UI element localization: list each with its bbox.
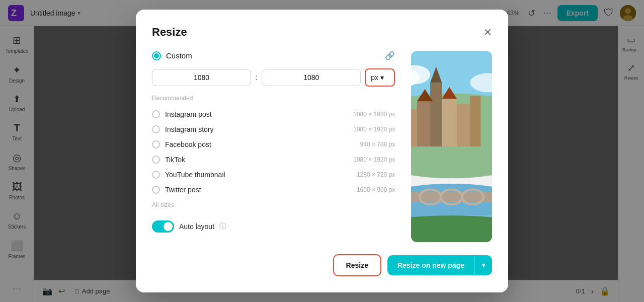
resize-new-page-dropdown-icon[interactable]: ▾	[474, 256, 492, 275]
lock-ratio-icon[interactable]: 🔗	[385, 51, 395, 60]
preset-dims-1: 1080 × 1920 px	[353, 126, 395, 133]
svg-rect-15	[442, 99, 457, 146]
preset-twitter[interactable]: Twitter post 1600 × 900 px	[152, 182, 395, 197]
preset-instagram-post[interactable]: Instagram post 1080 × 1080 px	[152, 107, 395, 122]
auto-layout-row: Auto layout ⓘ	[152, 220, 395, 233]
modal-left-panel: Custom 🔗 : px ▾ Recommended	[152, 51, 395, 242]
modal-header: Resize ✕	[152, 26, 492, 39]
preset-radio-2[interactable]	[152, 140, 160, 148]
preset-dims-4: 1280 × 720 px	[357, 171, 395, 178]
custom-label: Custom	[166, 51, 192, 60]
auto-layout-label: Auto layout	[179, 222, 214, 231]
preset-dims-0: 1080 × 1080 px	[353, 111, 395, 118]
preset-radio-1[interactable]	[152, 125, 160, 133]
preset-name-4: YouTube thumbnail	[165, 171, 352, 179]
resize-new-page-button[interactable]: Resize on new page ▾	[387, 255, 492, 275]
resize-new-page-label: Resize on new page	[387, 255, 474, 275]
preset-name-3: TikTok	[165, 156, 348, 164]
preset-tiktok[interactable]: TikTok 1080 × 1920 px	[152, 152, 395, 167]
dimension-separator: :	[255, 73, 258, 82]
dimension-row: : px ▾	[152, 68, 395, 87]
preset-dims-2: 940 × 788 px	[360, 141, 395, 148]
preset-radio-0[interactable]	[152, 110, 160, 118]
preview-svg	[411, 51, 492, 242]
width-input[interactable]	[152, 69, 251, 86]
svg-rect-11	[411, 109, 417, 146]
auto-layout-toggle[interactable]	[152, 220, 174, 233]
height-input[interactable]	[262, 69, 361, 86]
preset-radio-3[interactable]	[152, 156, 160, 164]
modal-overlay: Resize ✕ Custom 🔗 :	[0, 0, 644, 302]
presets-list: Instagram post 1080 × 1080 px Instagram …	[152, 107, 395, 197]
preset-name-2: Facebook post	[165, 140, 355, 148]
resize-modal: Resize ✕ Custom 🔗 :	[136, 10, 508, 292]
svg-rect-30	[411, 192, 492, 202]
modal-footer: Resize Resize on new page ▾	[152, 254, 492, 276]
preset-name-5: Twitter post	[165, 186, 352, 194]
modal-body: Custom 🔗 : px ▾ Recommended	[152, 51, 492, 242]
modal-right-panel	[411, 51, 492, 242]
preset-dims-5: 1600 × 900 px	[357, 186, 395, 193]
preset-name-0: Instagram post	[165, 110, 348, 118]
preset-dims-3: 1080 × 1920 px	[353, 156, 395, 163]
unit-selector[interactable]: px ▾	[365, 68, 395, 87]
custom-option[interactable]: Custom 🔗	[152, 51, 395, 60]
preset-youtube[interactable]: YouTube thumbnail 1280 × 720 px	[152, 167, 395, 182]
preset-radio-4[interactable]	[152, 171, 160, 179]
info-icon[interactable]: ⓘ	[219, 222, 226, 231]
preset-instagram-story[interactable]: Instagram story 1080 × 1920 px	[152, 122, 395, 137]
custom-radio[interactable]	[152, 51, 161, 60]
preset-facebook-post[interactable]: Facebook post 940 × 788 px	[152, 137, 395, 152]
svg-rect-17	[470, 96, 481, 146]
preset-radio-5[interactable]	[152, 186, 160, 194]
svg-point-34	[411, 215, 492, 242]
all-sizes-link[interactable]: All sizes	[152, 201, 395, 208]
svg-rect-16	[457, 104, 470, 146]
modal-title: Resize	[152, 26, 187, 39]
unit-dropdown-icon: ▾	[380, 73, 384, 82]
close-button[interactable]: ✕	[484, 27, 492, 37]
svg-rect-13	[430, 83, 442, 146]
preset-name-1: Instagram story	[165, 125, 348, 133]
image-preview	[411, 51, 492, 242]
resize-button[interactable]: Resize	[333, 254, 381, 276]
unit-label: px	[371, 73, 378, 82]
recommended-label: Recommended	[152, 95, 395, 102]
